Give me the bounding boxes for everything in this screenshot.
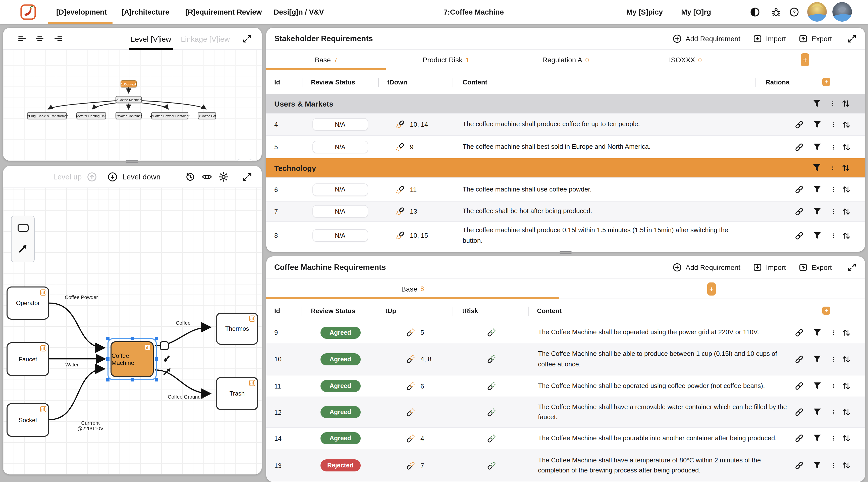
level-down-label[interactable]: Level down	[122, 172, 160, 181]
review-status-button[interactable]: N/A	[312, 229, 368, 242]
review-status-badge[interactable]: Rejected	[320, 459, 361, 472]
tab-base[interactable]: Base 7	[266, 50, 386, 70]
tab-architecture[interactable]: [A]rchitecture	[122, 0, 169, 24]
column-review-status[interactable]: Review Status	[311, 70, 355, 94]
req-row[interactable]: 11 Agreed 6 The Coffee Machine shall be …	[266, 375, 865, 397]
node-socket[interactable]: Socket	[6, 403, 49, 437]
tree-node-context[interactable]: 1:Context	[121, 81, 136, 87]
tup-cell[interactable]: 7	[379, 460, 454, 471]
link-icon[interactable]	[794, 119, 804, 129]
node-trash[interactable]: Trash	[216, 377, 258, 410]
tup-cell[interactable]: 4, 8	[379, 354, 454, 364]
trisk-cell[interactable]	[454, 327, 529, 338]
edge-label-coffee-grounds[interactable]: Coffee Grounds	[168, 394, 203, 399]
req-row[interactable]: 8 N/A 10, 15 The coffee machine shall pr…	[266, 221, 865, 249]
sort-icon[interactable]	[841, 381, 851, 391]
level-up-icon[interactable]	[86, 171, 97, 182]
tab-level-view[interactable]: Level [V]iew	[131, 28, 171, 50]
hierarchy-tree-canvas[interactable]: 1:Context 2:Coffee Machine 7:Plug, Cable…	[3, 50, 262, 161]
diagram-canvas[interactable]: Operator Faucet Socket Thermos Trash	[3, 188, 262, 475]
node-faucet[interactable]: Faucet	[6, 342, 49, 376]
node-operator[interactable]: Operator	[6, 287, 49, 320]
more-menu-icon[interactable]	[830, 184, 836, 194]
link-icon[interactable]	[794, 206, 804, 216]
resize-handle[interactable]	[131, 337, 134, 340]
section-technology[interactable]: Technology	[266, 158, 865, 177]
more-menu-icon[interactable]	[830, 354, 836, 364]
filter-icon[interactable]	[812, 407, 822, 417]
expand-panel-icon[interactable]	[242, 34, 252, 44]
more-menu-icon[interactable]	[830, 327, 836, 337]
sort-icon[interactable]	[841, 354, 851, 364]
app-logo-icon[interactable]	[20, 4, 36, 20]
filter-icon[interactable]	[812, 327, 822, 337]
tdown-cell[interactable]: 10, 15	[378, 230, 453, 241]
resize-handle[interactable]	[155, 337, 158, 340]
align-right-icon[interactable]	[53, 34, 63, 44]
link-icon[interactable]	[794, 327, 804, 337]
tree-node-heating-unit[interactable]: 6:Water Heating Unit	[76, 112, 106, 119]
tree-node-coffee-pot[interactable]: 3:Coffee Pot	[198, 112, 216, 119]
align-left-icon[interactable]	[17, 34, 27, 44]
expand-panel-icon[interactable]	[847, 262, 857, 272]
sort-icon[interactable]	[841, 460, 851, 471]
review-status-badge[interactable]: Agreed	[320, 432, 361, 444]
add-tab-button[interactable]: +	[801, 53, 809, 66]
column-trisk[interactable]: tRisk	[462, 299, 478, 323]
filter-icon[interactable]	[812, 354, 822, 364]
resize-handle[interactable]	[106, 378, 110, 382]
review-status-badge[interactable]: Agreed	[320, 406, 361, 418]
edge-label-water[interactable]: Water	[65, 362, 79, 367]
edge-label-current[interactable]: Currrent @220/110V	[76, 420, 104, 431]
sort-icon[interactable]	[841, 119, 851, 129]
more-menu-icon[interactable]	[830, 381, 836, 391]
req-row[interactable]: 12 Agreed The Coffee Machine shall have …	[266, 397, 865, 427]
column-rationale[interactable]: Rationa	[766, 70, 789, 94]
tree-node-plug-cable[interactable]: 7:Plug, Cable & Transformer	[27, 112, 67, 119]
node-coffee-machine[interactable]: Coffee Machine	[111, 341, 154, 377]
tdown-cell[interactable]: 9	[378, 142, 453, 152]
more-menu-icon[interactable]	[830, 163, 836, 173]
export-button[interactable]: Export	[794, 33, 836, 43]
more-menu-icon[interactable]	[830, 231, 836, 241]
sort-icon[interactable]	[841, 327, 851, 337]
more-menu-icon[interactable]	[830, 98, 836, 109]
link-icon[interactable]	[794, 184, 804, 194]
req-row[interactable]: 9 Agreed 5 The Coffee Machine shall be o…	[266, 322, 865, 343]
bug-report-icon[interactable]	[771, 6, 782, 18]
add-column-button[interactable]: +	[822, 78, 830, 86]
trisk-cell[interactable]	[454, 354, 529, 364]
sort-icon[interactable]	[841, 206, 851, 216]
column-tdown[interactable]: tDown	[387, 70, 407, 94]
link-icon[interactable]	[794, 460, 804, 471]
add-requirement-button[interactable]: Add Requirement	[668, 33, 744, 43]
filter-icon[interactable]	[812, 206, 822, 216]
link-icon[interactable]	[794, 407, 804, 417]
req-row[interactable]: 4 N/A 10, 14 The coffee machine shall pr…	[266, 113, 865, 135]
req-row[interactable]: 10 Agreed 4, 8 The Coffee Machine shall …	[266, 343, 865, 375]
import-button[interactable]: Import	[748, 262, 790, 272]
tab-regulation-a[interactable]: Regulation A 0	[506, 50, 626, 70]
tab-linkage-view[interactable]: Linkage [V]iew	[181, 28, 230, 50]
sort-icon[interactable]	[841, 407, 851, 417]
filter-icon[interactable]	[812, 142, 822, 152]
review-status-button[interactable]: N/A	[312, 118, 368, 131]
sort-icon[interactable]	[841, 433, 851, 443]
tab-base[interactable]: Base 8	[266, 279, 559, 299]
align-center-icon[interactable]	[35, 34, 45, 44]
draw-edge-icon[interactable]	[162, 366, 173, 377]
add-requirement-button[interactable]: Add Requirement	[668, 262, 744, 272]
user-avatar[interactable]	[807, 2, 827, 22]
sort-icon[interactable]	[841, 142, 851, 152]
review-status-button[interactable]: N/A	[312, 141, 368, 153]
req-row[interactable]: 14 Agreed 4 The Coffee Machine shall be …	[266, 427, 865, 449]
req-row[interactable]: 5 N/A 9 The coffee machine shall best so…	[266, 135, 865, 158]
column-content[interactable]: Content	[537, 299, 562, 323]
tree-node-powder-container[interactable]: 4:Coffee Powder Container	[151, 112, 188, 119]
edge-label-coffee[interactable]: Coffee	[176, 320, 191, 326]
panel-resize-handle[interactable]	[126, 160, 138, 164]
expand-panel-icon[interactable]	[242, 171, 253, 182]
tup-cell[interactable]: 5	[379, 327, 454, 338]
level-down-icon[interactable]	[107, 171, 118, 182]
filter-icon[interactable]	[812, 119, 822, 129]
